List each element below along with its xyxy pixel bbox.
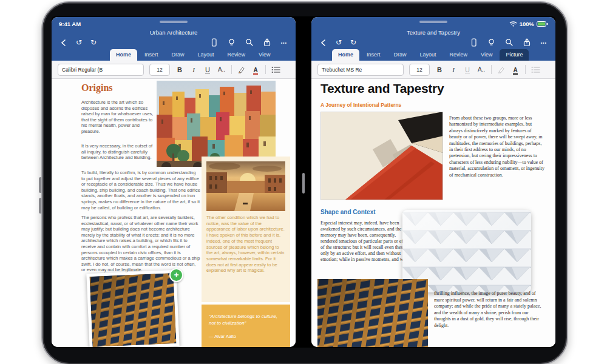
battery-percent: 100%	[520, 21, 534, 27]
doc-subtitle: A Journey of Intentional Patterns	[320, 102, 401, 108]
word-window-urban-architecture: 9:41 AM Urban Architecture ↺ ↻ ••• Home …	[52, 17, 296, 347]
character-formatting-button[interactable]: A..	[477, 66, 486, 73]
tab-view[interactable]: View	[253, 49, 276, 61]
tab-layout[interactable]: Layout	[414, 49, 443, 61]
doc-paragraph: Architecture is the art which so dispose…	[81, 99, 154, 135]
quote-block[interactable]: “Architecture belongs to culture, not to…	[202, 305, 290, 347]
image-venice-canal[interactable]	[206, 161, 285, 211]
mobile-view-icon[interactable]	[470, 38, 478, 47]
font-size-select[interactable]: 12	[149, 64, 170, 76]
doc-paragraph: From about these two groups, more or les…	[449, 115, 545, 178]
image-abstract-architecture[interactable]	[320, 112, 443, 200]
battery-icon	[537, 21, 548, 27]
status-bar-left: 9:41 AM	[52, 17, 296, 29]
image-colorful-town[interactable]	[157, 81, 276, 167]
tab-insert[interactable]: Insert	[361, 49, 387, 61]
ipad-screen: 9:41 AM Urban Architecture ↺ ↻ ••• Home …	[52, 16, 555, 348]
back-icon[interactable]	[320, 39, 327, 47]
doc-paragraph: It is very necessary, in the outset of a…	[81, 143, 154, 161]
lightbulb-icon[interactable]	[487, 38, 495, 47]
lightbulb-icon[interactable]	[228, 38, 236, 47]
mobile-view-icon[interactable]	[210, 38, 218, 47]
tab-home[interactable]: Home	[332, 49, 359, 61]
redo-icon[interactable]: ↻	[350, 39, 356, 46]
highlighter-icon[interactable]	[497, 66, 506, 74]
document-title: Texture and Tapestry	[311, 29, 555, 37]
image-facade-photo[interactable]	[86, 270, 179, 347]
share-icon[interactable]	[263, 38, 271, 47]
word-window-texture-tapestry: 100% Texture and Tapestry ↺ ↻ ••• Home I…	[311, 17, 555, 347]
ribbon-tabs-left: Home Insert Draw Layout Review View	[52, 48, 296, 61]
highlighter-icon[interactable]	[237, 66, 246, 74]
undo-icon[interactable]: ↺	[76, 39, 82, 46]
sidebar-panel[interactable]: The other condition which we had to noti…	[202, 157, 290, 302]
document-title: Urban Architecture	[52, 29, 296, 37]
doc-paragraph: To build, literally to confirm, is by co…	[81, 170, 200, 211]
tab-view[interactable]: View	[475, 49, 498, 61]
add-content-button[interactable]: +	[169, 268, 183, 282]
tab-layout[interactable]: Layout	[192, 49, 220, 61]
share-icon[interactable]	[523, 38, 531, 47]
status-time: 9:41 AM	[59, 21, 81, 27]
tab-picture[interactable]: Picture	[500, 49, 529, 61]
doc-paragraph: Especial interest may, indeed, have been…	[320, 220, 413, 263]
sidebar-text: The other condition which we had to noti…	[206, 215, 285, 274]
font-size-select[interactable]: 12	[409, 64, 430, 76]
more-options-icon[interactable]: •••	[281, 41, 287, 45]
wifi-icon	[509, 21, 517, 27]
toolbar-divider	[265, 65, 266, 74]
italic-button[interactable]: I	[449, 66, 458, 73]
tab-draw[interactable]: Draw	[388, 49, 413, 61]
tab-review[interactable]: Review	[222, 49, 252, 61]
toolbar-divider	[491, 65, 492, 74]
underline-button[interactable]: U	[463, 66, 472, 73]
doc-title: Texture and Tapestry	[320, 81, 444, 96]
doc-heading-origins: Origins	[81, 83, 113, 93]
quote-text: “Architecture belongs to culture, not to…	[209, 313, 283, 326]
redo-icon[interactable]: ↻	[90, 39, 97, 46]
formatting-toolbar-right: Trebuchet MS Re 12 B I U A.. A	[311, 61, 555, 79]
font-name-select[interactable]: Trebuchet MS Re	[317, 64, 404, 76]
toolbar-divider	[231, 65, 232, 74]
underline-button[interactable]: U	[203, 66, 212, 73]
search-icon[interactable]	[505, 38, 513, 47]
font-color-button[interactable]: A	[513, 67, 517, 75]
quote-attribution: — Alvar Aalto	[209, 333, 283, 340]
font-name-select[interactable]: Calibri Regular (B	[58, 64, 144, 76]
tab-draw[interactable]: Draw	[166, 49, 191, 61]
italic-button[interactable]: I	[189, 66, 198, 73]
more-options-icon[interactable]: •••	[541, 41, 547, 45]
formatting-toolbar-left: Calibri Regular (B 12 B I U A.. A	[52, 61, 296, 79]
font-color-button[interactable]: A	[253, 67, 257, 75]
toolbar-divider	[525, 65, 526, 74]
image-facade-photo[interactable]	[317, 279, 428, 347]
window-drag-handle[interactable]	[419, 21, 447, 23]
bullet-list-icon[interactable]	[271, 66, 280, 73]
back-icon[interactable]	[60, 39, 67, 47]
tab-home[interactable]: Home	[110, 49, 137, 61]
tab-insert[interactable]: Insert	[138, 49, 164, 61]
search-icon[interactable]	[245, 38, 253, 47]
bold-button[interactable]: B	[175, 66, 184, 73]
window-drag-handle[interactable]	[160, 21, 188, 23]
bullet-list-icon[interactable]	[531, 66, 540, 73]
ribbon-tabs-right: Home Insert Draw Layout Review View Pict…	[311, 48, 555, 61]
split-view-divider-handle[interactable]	[302, 173, 305, 194]
tab-review[interactable]: Review	[444, 49, 474, 61]
document-canvas-left[interactable]: Origins	[52, 79, 296, 347]
command-bar-left: ↺ ↻ •••	[52, 37, 296, 48]
status-bar-right: 100%	[311, 17, 555, 29]
doc-heading-shape-context: Shape and Context	[320, 209, 376, 215]
character-formatting-button[interactable]: A..	[217, 66, 226, 73]
bold-button[interactable]: B	[435, 66, 444, 73]
undo-icon[interactable]: ↺	[336, 39, 342, 46]
document-canvas-right[interactable]: Texture and Tapestry A Journey of Intent…	[311, 79, 555, 347]
command-bar-right: ↺ ↻ •••	[311, 37, 555, 48]
doc-paragraph: thrilling influence, the image of purer …	[434, 291, 546, 329]
doc-paragraph: The persons who profess that art, are se…	[81, 215, 200, 273]
